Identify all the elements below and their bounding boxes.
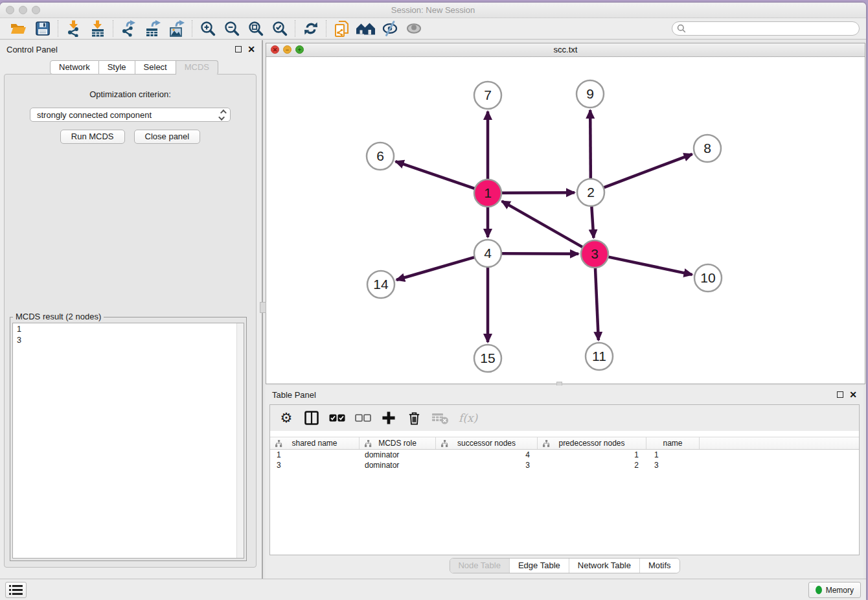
cell-mcds-role[interactable]: dominator bbox=[360, 460, 436, 470]
cell-name[interactable]: 3 bbox=[646, 460, 700, 470]
memory-status-icon bbox=[816, 586, 822, 594]
close-window-button[interactable] bbox=[6, 6, 14, 14]
deselect-all-button[interactable] bbox=[355, 409, 371, 427]
mcds-result-text[interactable]: 1 3 bbox=[12, 323, 244, 559]
float-panel-icon[interactable] bbox=[235, 46, 242, 52]
tab-network-table[interactable]: Network Table bbox=[569, 559, 640, 573]
application-window: Session: New Session bbox=[0, 3, 866, 600]
search-field[interactable] bbox=[672, 21, 860, 36]
cell-successor-nodes[interactable]: 3 bbox=[436, 460, 538, 470]
search-input[interactable] bbox=[689, 24, 854, 33]
graph-edge-1-6[interactable] bbox=[396, 161, 475, 189]
open-session-button[interactable] bbox=[6, 19, 30, 38]
vertical-splitter-handle[interactable] bbox=[260, 302, 266, 313]
criterion-dropdown[interactable]: strongly connected component bbox=[30, 108, 231, 122]
export-table-button[interactable] bbox=[141, 19, 165, 38]
cell-mcds-role[interactable]: dominator bbox=[360, 450, 436, 460]
minimize-window-button[interactable] bbox=[19, 6, 27, 14]
export-network-button[interactable] bbox=[117, 19, 141, 38]
table-settings-button[interactable]: ⚙ bbox=[279, 409, 294, 427]
network-close-button[interactable]: ✕ bbox=[271, 45, 279, 54]
function-builder-button[interactable]: f(x) bbox=[459, 409, 477, 427]
zoom-fit-button[interactable] bbox=[244, 19, 268, 38]
graph-edge-1-2[interactable] bbox=[501, 192, 575, 193]
table-row[interactable]: 3 dominator 3 2 3 bbox=[270, 460, 859, 470]
graph-node-label-10: 10 bbox=[700, 270, 715, 285]
network-maximize-button[interactable]: + bbox=[295, 45, 304, 54]
select-all-button[interactable] bbox=[329, 409, 345, 427]
export-image-icon bbox=[168, 20, 185, 37]
window-controls bbox=[6, 6, 40, 14]
tab-node-table[interactable]: Node Table bbox=[450, 559, 510, 573]
import-table-button[interactable] bbox=[86, 19, 109, 38]
graph-edge-2-9[interactable] bbox=[590, 110, 591, 179]
column-header-mcds-role[interactable]: MCDS role bbox=[360, 437, 436, 449]
zoom-selected-button[interactable] bbox=[268, 19, 291, 38]
graph-edge-3-10[interactable] bbox=[608, 257, 692, 274]
tab-motifs[interactable]: Motifs bbox=[640, 559, 680, 573]
tab-mcds[interactable]: MCDS bbox=[176, 60, 218, 75]
save-session-button[interactable] bbox=[30, 19, 54, 38]
close-panel-button[interactable]: Close panel bbox=[134, 130, 201, 144]
graph-edge-2-3[interactable] bbox=[591, 206, 593, 238]
search-icon bbox=[677, 24, 686, 33]
column-header-name[interactable]: name bbox=[646, 437, 700, 449]
graph-edge-3-1[interactable] bbox=[502, 201, 583, 247]
column-type-icon bbox=[441, 440, 448, 447]
split-panel-button[interactable] bbox=[304, 409, 319, 427]
table-panel-title: Table Panel bbox=[272, 390, 316, 400]
new-network-from-selection-button[interactable] bbox=[330, 19, 354, 38]
show-all-button[interactable] bbox=[402, 19, 426, 38]
first-neighbors-button[interactable] bbox=[354, 19, 378, 38]
tab-select[interactable]: Select bbox=[135, 60, 176, 75]
cell-shared-name[interactable]: 1 bbox=[270, 450, 360, 460]
session-title: Session: New Session bbox=[0, 3, 866, 18]
column-header-successor-nodes[interactable]: successor nodes bbox=[436, 437, 538, 449]
table-row[interactable]: 1 dominator 4 1 1 bbox=[270, 450, 859, 460]
zoom-fit-icon bbox=[247, 20, 264, 37]
delete-table-button[interactable] bbox=[431, 409, 449, 427]
network-view-window: ✕ − + scc.txt 1234678910111415 bbox=[266, 43, 865, 384]
network-document-icon bbox=[334, 20, 350, 38]
close-panel-icon[interactable]: ✕ bbox=[247, 46, 255, 52]
cell-predecessor-nodes[interactable]: 2 bbox=[538, 460, 646, 470]
close-table-panel-icon[interactable]: ✕ bbox=[849, 391, 857, 398]
cell-name[interactable]: 1 bbox=[646, 450, 700, 460]
column-header-predecessor-nodes[interactable]: predecessor nodes bbox=[538, 437, 646, 449]
graph-node-label-2: 2 bbox=[587, 185, 595, 200]
task-history-button[interactable] bbox=[5, 582, 27, 598]
network-graph[interactable]: 1234678910111415 bbox=[266, 57, 865, 384]
graph-edge-4-3[interactable] bbox=[501, 253, 578, 254]
import-network-button[interactable] bbox=[62, 19, 86, 38]
export-image-button[interactable] bbox=[165, 19, 188, 38]
plus-icon bbox=[382, 411, 396, 425]
add-column-button[interactable] bbox=[381, 409, 396, 427]
zoom-out-button[interactable] bbox=[220, 19, 244, 38]
graph-edge-4-14[interactable] bbox=[396, 257, 475, 280]
hide-selected-button[interactable] bbox=[378, 19, 402, 38]
tab-network[interactable]: Network bbox=[50, 60, 99, 75]
memory-button[interactable]: Memory bbox=[808, 582, 861, 598]
column-header-shared-name[interactable]: shared name bbox=[270, 437, 360, 449]
network-minimize-button[interactable]: − bbox=[283, 45, 291, 54]
table-tabs: Node Table Edge Table Network Table Moti… bbox=[449, 558, 680, 573]
run-mcds-button[interactable]: Run MCDS bbox=[60, 130, 125, 144]
tab-style[interactable]: Style bbox=[99, 60, 135, 75]
zoom-window-button[interactable] bbox=[32, 6, 40, 14]
export-network-icon bbox=[120, 20, 137, 37]
cell-shared-name[interactable]: 3 bbox=[270, 460, 360, 470]
delete-column-button[interactable] bbox=[406, 409, 422, 427]
graph-edge-3-11[interactable] bbox=[595, 268, 599, 340]
zoom-in-button[interactable] bbox=[196, 19, 220, 38]
toolbar-separator bbox=[295, 20, 295, 37]
tab-edge-table[interactable]: Edge Table bbox=[510, 559, 569, 573]
table-rows: 1 dominator 4 1 1 3 dominator 3 2 3 bbox=[270, 450, 859, 470]
float-table-panel-icon[interactable] bbox=[837, 391, 843, 398]
network-canvas[interactable]: 1234678910111415 bbox=[266, 57, 865, 384]
cell-predecessor-nodes[interactable]: 1 bbox=[538, 450, 646, 460]
result-scrollbar[interactable] bbox=[236, 323, 244, 558]
cell-successor-nodes[interactable]: 4 bbox=[436, 450, 538, 460]
graph-edge-2-8[interactable] bbox=[604, 154, 692, 188]
refresh-layout-button[interactable] bbox=[299, 19, 323, 38]
network-window-titlebar[interactable]: ✕ − + scc.txt bbox=[266, 43, 865, 57]
